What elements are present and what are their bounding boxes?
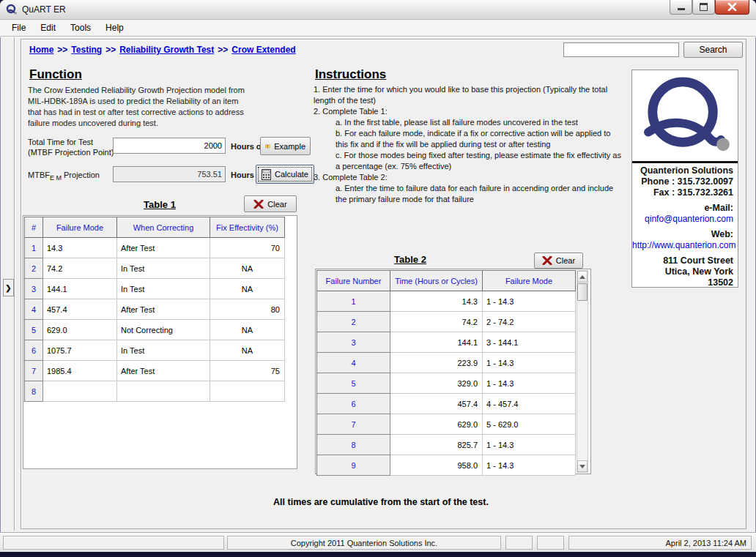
status-panel-empty-left — [3, 536, 224, 550]
table1-when-correcting-cell[interactable] — [117, 381, 210, 402]
scroll-up-button[interactable] — [577, 271, 588, 283]
table1-fix-effectivity-cell[interactable]: NA — [210, 340, 285, 361]
calculate-button[interactable]: Calculate — [256, 165, 314, 184]
table1-when-correcting-cell[interactable]: After Test — [117, 238, 210, 258]
table1-failure-mode-cell[interactable]: 74.2 — [43, 258, 117, 279]
menu-file[interactable]: File — [4, 20, 33, 35]
table1-when-correcting-cell[interactable]: After Test — [117, 361, 210, 381]
instruction-line: 2. Complete Table 1: — [314, 106, 624, 117]
left-splitter[interactable] — [14, 37, 15, 531]
clear-x-icon — [542, 256, 552, 265]
table2-failure-mode-cell[interactable]: 1 - 14.3 — [483, 455, 576, 476]
scroll-down-button[interactable] — [577, 460, 588, 472]
table2-time-cell[interactable]: 144.1 — [390, 332, 483, 353]
table1-fix-effectivity-cell[interactable]: NA — [210, 320, 285, 340]
table2-time-cell[interactable]: 457.4 — [390, 394, 483, 414]
sidebar-text: Utica, New York — [632, 266, 733, 277]
status-bar: Copyright 2011 Quanterion Solutions Inc.… — [0, 532, 756, 552]
table1-row-number: 5 — [25, 320, 43, 340]
table2-failure-mode-cell[interactable]: 1 - 14.3 — [483, 435, 576, 455]
table1-column-header: # — [25, 217, 43, 238]
search-input[interactable] — [563, 42, 679, 57]
breadcrumb-link-home[interactable]: Home — [29, 45, 53, 55]
table1-fix-effectivity-cell[interactable]: 75 — [210, 361, 285, 381]
table1-failure-mode-cell[interactable]: 457.4 — [43, 299, 117, 320]
close-button[interactable] — [715, 0, 749, 15]
table1-when-correcting-cell[interactable]: In Test — [117, 279, 210, 299]
table1-column-header: Fix Effectivity (%) — [210, 217, 285, 238]
table2-scrollbar[interactable] — [577, 270, 588, 473]
sidebar-text: Fax : 315.732.3261 — [632, 187, 733, 198]
table1-when-correcting-cell[interactable]: In Test — [117, 340, 210, 361]
example-button[interactable]: ? Example — [260, 137, 311, 155]
table1-failure-mode-cell[interactable]: 1985.4 — [43, 361, 117, 381]
minimize-button[interactable] — [670, 0, 692, 15]
table1-column-header: When Correcting — [117, 217, 210, 238]
table2-failure-mode-cell[interactable]: 2 - 74.2 — [483, 312, 576, 332]
table2-time-cell[interactable]: 825.7 — [390, 435, 483, 455]
calculate-button-label: Calculate — [275, 170, 308, 179]
table2-failure-mode-cell[interactable]: 1 - 14.3 — [483, 353, 576, 373]
table1-when-correcting-cell[interactable]: Not Correcting — [117, 320, 210, 340]
table1-failure-mode-cell[interactable]: 14.3 — [43, 238, 117, 258]
table1-when-correcting-cell[interactable]: After Test — [117, 299, 210, 320]
table1-row-number: 2 — [25, 258, 43, 279]
table1-failure-mode-cell[interactable]: 1075.7 — [43, 340, 117, 361]
table1-fix-effectivity-cell[interactable]: 70 — [210, 238, 285, 258]
table1-failure-mode-cell[interactable]: 144.1 — [43, 279, 117, 299]
table1-fix-effectivity-cell[interactable]: 80 — [210, 299, 285, 320]
table1-panel: #Failure ModeWhen CorrectingFix Effectiv… — [23, 215, 297, 469]
instruction-line: a. Enter the time to failure data for ea… — [314, 183, 624, 205]
menu-edit[interactable]: Edit — [33, 20, 63, 35]
menu-help[interactable]: Help — [98, 20, 131, 35]
table1-when-correcting-cell[interactable]: In Test — [117, 258, 210, 279]
table2-failure-number: 8 — [317, 435, 390, 455]
function-description: The Crow Extended Reliability Growth Pro… — [28, 85, 251, 129]
total-time-label: Total Time for Test (MTBF Projection Poi… — [28, 137, 114, 157]
table2-time-cell[interactable]: 74.2 — [390, 312, 483, 332]
table1-row-number: 4 — [25, 299, 43, 320]
table2-failure-mode-cell[interactable]: 1 - 14.3 — [483, 373, 576, 394]
total-time-input[interactable] — [113, 138, 226, 154]
table2-time-cell[interactable]: 14.3 — [390, 291, 483, 312]
table1-fix-effectivity-cell[interactable]: NA — [210, 279, 285, 299]
table2-failure-mode-cell[interactable]: 3 - 144.1 — [483, 332, 576, 353]
table2-clear-label: Clear — [556, 256, 575, 265]
sidebar-link[interactable]: qinfo@quanterion.com — [632, 214, 733, 225]
breadcrumb-separator: >> — [105, 45, 116, 55]
table1-failure-mode-cell[interactable]: 629.0 — [43, 320, 117, 340]
table1-fix-effectivity-cell[interactable] — [210, 381, 285, 402]
maximize-button[interactable] — [692, 0, 715, 15]
sidebar-link[interactable]: http://www.quanterion.com — [632, 240, 733, 251]
table1-failure-mode-cell[interactable] — [43, 381, 117, 402]
table2-failure-mode-cell[interactable]: 5 - 629.0 — [483, 414, 576, 435]
scrollbar-thumb[interactable] — [577, 283, 588, 301]
title-bar: QuART ER — [0, 0, 756, 20]
table1-fix-effectivity-cell[interactable]: NA — [210, 258, 285, 279]
sidebar-text: 811 Court Street — [632, 255, 733, 266]
panel-expander-button[interactable]: ❯ — [3, 279, 14, 296]
table2-failure-mode-cell[interactable]: 1 - 14.3 — [483, 291, 576, 312]
table2-time-cell[interactable]: 958.0 — [390, 455, 483, 476]
company-info-lines: Quanterion SolutionsPhone : 315.732.0097… — [632, 163, 738, 288]
table2-failure-mode-cell[interactable]: 4 - 457.4 — [483, 394, 576, 414]
table2-clear-button[interactable]: Clear — [534, 253, 583, 269]
company-info-panel: Quanterion SolutionsPhone : 315.732.0097… — [631, 70, 738, 288]
table2-time-cell[interactable]: 329.0 — [390, 373, 483, 394]
table2-failure-number: 1 — [317, 291, 390, 312]
breadcrumb-link-testing[interactable]: Testing — [71, 45, 102, 55]
table2-panel: Failure NumberTime (Hours or Cycles)Fail… — [315, 269, 591, 474]
search-button[interactable]: Search — [683, 42, 743, 58]
instruction-line: 1. Enter the time for which you would li… — [314, 84, 624, 106]
status-copyright: Copyright 2011 Quanterion Solutions Inc. — [227, 536, 501, 550]
table2-time-cell[interactable]: 223.9 — [390, 353, 483, 373]
breadcrumb-separator: >> — [218, 45, 228, 55]
table2-time-cell[interactable]: 629.0 — [390, 414, 483, 435]
breadcrumb-link-reliability-growth-test[interactable]: Reliability Growth Test — [119, 45, 214, 55]
function-heading: Function — [29, 67, 82, 82]
breadcrumb-link-crow-extended[interactable]: Crow Extended — [231, 45, 295, 55]
mtbf-projection-output — [113, 166, 226, 182]
table1-row-number: 1 — [25, 238, 43, 258]
menu-tools[interactable]: Tools — [63, 20, 98, 35]
table1-clear-button[interactable]: Clear — [244, 195, 297, 212]
